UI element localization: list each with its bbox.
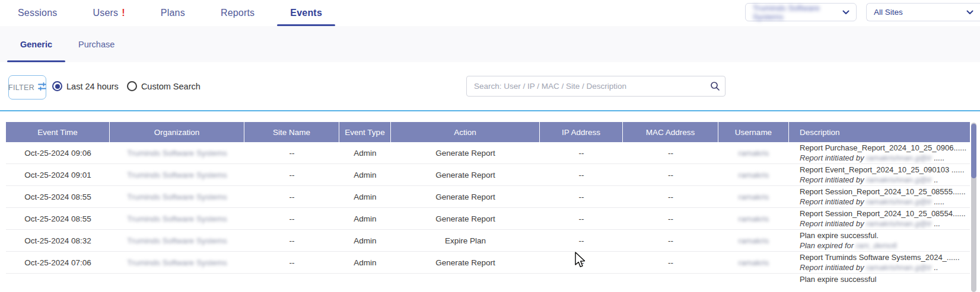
- nav-right-controls: Truminds Software Systems All Sites: [745, 3, 980, 21]
- cell-ip-address: --: [540, 230, 623, 251]
- cell-event-time: Oct-25-2024 09:06: [6, 142, 110, 163]
- table-row[interactable]: Oct-25-2024 07:06 Truminds Software Syst…: [6, 252, 970, 274]
- users-alert-badge: !: [122, 8, 125, 18]
- cell-site-name: --: [244, 208, 339, 229]
- description-line-1: Report Session_Report_2024_10_25_08554..…: [800, 209, 970, 219]
- cell-organization: Truminds Software Systems: [110, 142, 244, 163]
- table-row[interactable]: Oct-25-2024 08:55 Truminds Software Syst…: [6, 208, 970, 230]
- cell-ip-address: --: [540, 252, 623, 273]
- cell-action: Generate Report: [391, 252, 540, 273]
- chevron-down-icon: [966, 9, 973, 15]
- cell-organization: Truminds Software Systems: [110, 186, 244, 207]
- organization-dropdown[interactable]: Truminds Software Systems: [745, 3, 857, 21]
- cell-action: Generate Report: [391, 142, 540, 163]
- section-divider: [0, 110, 980, 111]
- chevron-down-icon: [842, 9, 849, 15]
- table-row[interactable]: Oct-25-2024 08:32 Truminds Software Syst…: [6, 230, 970, 252]
- cell-site-name: --: [244, 252, 339, 273]
- cell-site-name: --: [244, 164, 339, 185]
- filter-button-label: FILTER: [8, 84, 34, 92]
- cell-action: Generate Report: [391, 208, 540, 229]
- description-line-2: Report intitiated by ramakrishnan.g@tr .…: [800, 197, 970, 207]
- cell-username: ramakris: [718, 230, 789, 251]
- tab-plans-label: Plans: [161, 8, 185, 18]
- subtab-generic[interactable]: Generic: [7, 26, 65, 62]
- cell-event-type: Admin: [339, 208, 391, 229]
- cell-ip-address: --: [540, 164, 623, 185]
- sliders-icon: [38, 82, 46, 92]
- radio-last-24-hours-label: Last 24 hours: [66, 82, 119, 91]
- cell-ip-address: --: [540, 208, 623, 229]
- tab-sessions-label: Sessions: [18, 8, 58, 18]
- radio-last-24-hours[interactable]: Last 24 hours: [52, 81, 119, 91]
- main-tabs: Sessions Users! Plans Reports Events: [0, 0, 340, 26]
- column-header-organization[interactable]: Organization: [110, 122, 244, 142]
- table-row[interactable]: Oct-25-2024 08:55 Truminds Software Syst…: [6, 186, 970, 208]
- radio-unselected-icon[interactable]: [127, 81, 137, 91]
- description-line-2: Report intitiated by ramakrishnan.g@tr .…: [800, 175, 970, 185]
- search-box: [466, 76, 726, 97]
- time-range-radios: Last 24 hours Custom Search: [52, 62, 201, 110]
- radio-custom-search[interactable]: Custom Search: [127, 81, 201, 91]
- tab-plans[interactable]: Plans: [143, 0, 203, 26]
- column-header-event-time[interactable]: Event Time: [6, 122, 110, 142]
- tab-sessions[interactable]: Sessions: [0, 0, 75, 26]
- cell-mac-address: --: [623, 142, 718, 163]
- sites-dropdown[interactable]: All Sites: [866, 3, 980, 21]
- cell-event-type: [339, 274, 391, 292]
- tab-users[interactable]: Users!: [75, 0, 143, 26]
- description-line-2: Report intitiated by ramakrishnan.g@tr .…: [800, 219, 970, 229]
- description-line-2: Plan expired for ram_demo6: [800, 241, 970, 251]
- table-row[interactable]: Plan expire successful: [6, 274, 970, 292]
- events-table: Event TimeOrganizationSite NameEvent Typ…: [6, 122, 970, 292]
- cell-username: ramakris: [718, 142, 789, 163]
- search-icon[interactable]: [705, 81, 725, 91]
- column-header-description[interactable]: Description: [789, 122, 970, 142]
- search-input[interactable]: [467, 82, 705, 91]
- cell-ip-address: [540, 274, 623, 292]
- cell-organization: Truminds Software Systems: [110, 208, 244, 229]
- cell-event-type: Admin: [339, 252, 391, 273]
- radio-selected-icon[interactable]: [52, 81, 62, 91]
- cell-site-name: [244, 274, 339, 292]
- cell-description: Plan expire successful. Plan expired for…: [789, 230, 970, 251]
- column-header-site-name[interactable]: Site Name: [244, 122, 339, 142]
- cell-site-name: --: [244, 186, 339, 207]
- cell-organization: [110, 274, 244, 292]
- vertical-scrollbar-thumb[interactable]: [971, 124, 976, 178]
- cell-action: Generate Report: [391, 164, 540, 185]
- cell-organization: Truminds Software Systems: [110, 164, 244, 185]
- cell-action: [391, 274, 540, 292]
- tab-reports[interactable]: Reports: [203, 0, 272, 26]
- table-body: Oct-25-2024 09:06 Truminds Software Syst…: [6, 142, 970, 292]
- sites-dropdown-value: All Sites: [874, 8, 903, 17]
- table-row[interactable]: Oct-25-2024 09:06 Truminds Software Syst…: [6, 142, 970, 164]
- table-row[interactable]: Oct-25-2024 09:01 Truminds Software Syst…: [6, 164, 970, 186]
- subtab-generic-label: Generic: [20, 40, 52, 49]
- table-header-row: Event TimeOrganizationSite NameEvent Typ…: [6, 122, 970, 142]
- tab-users-label: Users: [93, 8, 119, 18]
- cell-mac-address: --: [623, 252, 718, 273]
- column-header-mac-address[interactable]: MAC Address: [623, 122, 718, 142]
- cell-action: Generate Report: [391, 186, 540, 207]
- cell-description: Report Session_Report_2024_10_25_08554..…: [789, 208, 970, 229]
- tab-events[interactable]: Events: [272, 0, 340, 26]
- column-header-event-type[interactable]: Event Type: [339, 122, 391, 142]
- cell-site-name: --: [244, 230, 339, 251]
- cell-organization: Truminds Software Systems: [110, 252, 244, 273]
- column-header-action[interactable]: Action: [391, 122, 540, 142]
- cell-event-time: Oct-25-2024 08:32: [6, 230, 110, 251]
- cell-event-time: Oct-25-2024 09:01: [6, 164, 110, 185]
- description-line-2: Report intitiated by ramakrishnan.g@tr .…: [800, 263, 970, 273]
- cell-event-type: Admin: [339, 186, 391, 207]
- cell-mac-address: --: [623, 186, 718, 207]
- column-header-username[interactable]: Username: [718, 122, 789, 142]
- subtab-purchase[interactable]: Purchase: [65, 26, 128, 62]
- cell-username: ramakris: [718, 186, 789, 207]
- events-subtabs: Generic Purchase: [0, 26, 980, 62]
- cell-ip-address: --: [540, 186, 623, 207]
- column-header-ip-address[interactable]: IP Address: [540, 122, 623, 142]
- cell-description: Report Purchase_Report_2024_10_25_0906..…: [789, 142, 970, 163]
- description-line-1: Report Purchase_Report_2024_10_25_0906..…: [800, 143, 970, 153]
- filter-button[interactable]: FILTER: [8, 75, 46, 100]
